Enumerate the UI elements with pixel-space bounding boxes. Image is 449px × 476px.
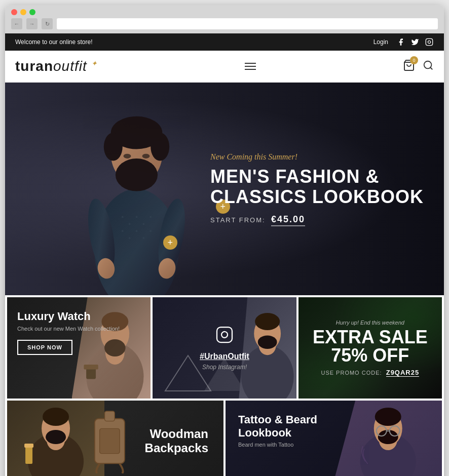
watch-title: Luxury Watch [17, 310, 120, 323]
svg-point-22 [122, 230, 124, 232]
search-button[interactable] [423, 60, 434, 73]
watch-description: Check out our new Men Watch collection! [17, 325, 120, 333]
svg-point-25 [143, 237, 145, 239]
login-link[interactable]: Login [373, 38, 388, 46]
svg-rect-44 [217, 327, 232, 342]
logo[interactable]: turanoutfit ✦ [15, 58, 98, 74]
svg-point-6 [424, 61, 432, 68]
tattoo-content: Tattoo & Beard Lookbook Beard men with T… [238, 413, 317, 448]
svg-point-61 [378, 430, 398, 444]
url-bar[interactable] [57, 18, 438, 29]
svg-point-13 [151, 133, 170, 161]
svg-point-50 [46, 430, 66, 444]
svg-rect-51 [25, 446, 32, 464]
hero-banner: + + New Coming this Summer! MEN'S FASHIO… [5, 83, 444, 295]
header: turanoutfit ✦ 0 [5, 51, 444, 83]
maximize-dot[interactable] [29, 9, 35, 15]
svg-point-21 [150, 216, 152, 218]
woodman-content: Woodman Backpacks [145, 427, 208, 455]
tattoo-title: Tattoo & Beard Lookbook [238, 413, 317, 440]
hero-title: MEN'S FASHION & CLASSICS LOOKBOOK [210, 167, 424, 207]
cart-button[interactable]: 0 [403, 59, 415, 73]
sale-content: Hurry up! End this weekend EXTRA SALE 75… [298, 297, 442, 399]
tattoo-description: Beard men with Tattoo [238, 442, 317, 448]
svg-point-18 [129, 223, 131, 225]
watch-content: Luxury Watch Check out our new Men Watch… [17, 310, 120, 355]
sale-hurry-text: Hurry up! End this weekend [336, 320, 404, 326]
hamburger-menu[interactable] [243, 59, 258, 74]
backpack-image [83, 409, 137, 473]
hero-price: START FROM: €45.00 [210, 215, 424, 225]
hero-subtitle: New Coming this Summer! [210, 152, 424, 162]
bottom-grid: Woodman Backpacks [5, 401, 444, 476]
svg-point-48 [43, 408, 69, 426]
instagram-icon[interactable] [425, 37, 434, 47]
twitter-icon[interactable] [410, 37, 420, 47]
svg-rect-55 [100, 428, 120, 453]
svg-point-42 [258, 335, 277, 348]
back-button[interactable]: ← [11, 18, 22, 29]
svg-rect-37 [84, 365, 98, 369]
tattoo-person [334, 401, 442, 476]
woodman-title: Woodman Backpacks [145, 427, 208, 455]
sale-title: EXTRA SALE 75% OFF [313, 328, 428, 365]
svg-point-16 [142, 154, 150, 158]
svg-point-14 [116, 158, 158, 191]
cart-badge: 0 [410, 56, 418, 64]
promo-code: Z9QAR25 [386, 369, 420, 377]
facebook-icon[interactable] [396, 37, 405, 47]
svg-point-17 [122, 216, 124, 218]
svg-rect-52 [24, 444, 33, 448]
svg-point-24 [136, 230, 138, 232]
promo-grid: Luxury Watch Check out our new Men Watch… [5, 295, 444, 401]
woodman-promo-card[interactable]: Woodman Backpacks [7, 401, 223, 476]
shop-now-button[interactable]: SHOP NOW [17, 340, 72, 355]
hotspot-tag-2[interactable]: + [163, 235, 177, 250]
forward-button[interactable]: → [26, 18, 38, 29]
welcome-message: Welcome to our online store! [15, 38, 93, 46]
svg-point-19 [136, 216, 138, 218]
svg-point-40 [255, 313, 280, 330]
tattoo-promo-card[interactable]: Tattoo & Beard Lookbook Beard men with T… [226, 401, 442, 476]
close-dot[interactable] [11, 9, 17, 15]
sale-promo-card[interactable]: Hurry up! End this weekend EXTRA SALE 75… [298, 297, 442, 399]
hero-content: New Coming this Summer! MEN'S FASHION & … [210, 152, 424, 225]
svg-rect-0 [426, 38, 432, 45]
instagram-content: #UrbanOutfit Shop Instagram! [200, 326, 249, 371]
svg-rect-56 [105, 411, 115, 421]
svg-point-15 [124, 154, 131, 158]
svg-point-12 [104, 133, 123, 161]
svg-point-26 [150, 230, 152, 232]
minimize-dot[interactable] [20, 9, 26, 15]
top-bar: Welcome to our online store! Login [5, 33, 444, 51]
promo-code-label: USE PROMO CODE: Z9QAR25 [321, 369, 419, 376]
refresh-button[interactable]: ↻ [42, 18, 53, 29]
instagram-handle[interactable]: #UrbanOutfit [200, 352, 249, 361]
instagram-shop-label: Shop Instagram! [200, 364, 249, 371]
svg-point-20 [143, 223, 145, 225]
svg-line-7 [430, 67, 432, 69]
instagram-promo-card[interactable]: #UrbanOutfit Shop Instagram! [153, 297, 296, 399]
svg-point-59 [375, 408, 401, 426]
svg-point-23 [129, 237, 131, 239]
watch-promo-card[interactable]: Luxury Watch Check out our new Men Watch… [7, 297, 151, 399]
instagram-logo [200, 326, 249, 348]
